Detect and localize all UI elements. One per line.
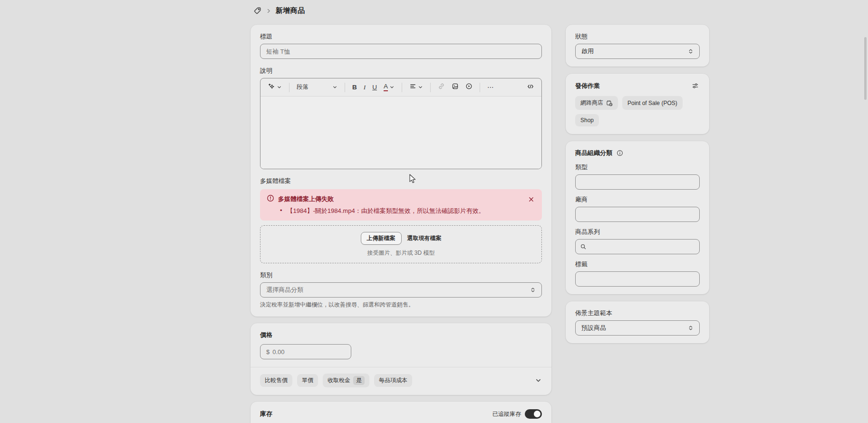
insert-image-button[interactable] [449, 81, 461, 94]
collections-label: 商品系列 [575, 228, 700, 236]
toolbar-separator [430, 83, 431, 92]
theme-template-label: 佈景主題範本 [575, 309, 700, 317]
paragraph-style-label: 段落 [297, 84, 309, 90]
insert-video-button[interactable] [463, 81, 475, 94]
bold-button[interactable]: B [350, 82, 359, 93]
category-select[interactable]: 選擇商品分類 [260, 282, 542, 298]
vendor-label: 廠商 [575, 195, 700, 204]
text-color-button[interactable]: A [381, 81, 397, 94]
channel-pos[interactable]: Point of Sale (POS) [622, 96, 683, 110]
inventory-tracked-label: 已追蹤庫存 [492, 410, 521, 418]
channel-online-store[interactable]: 網路商店 [575, 96, 618, 110]
inventory-tracked-toggle[interactable] [525, 409, 542, 419]
italic-button[interactable]: I [361, 82, 368, 93]
main-column: 標題 說明 [251, 25, 551, 423]
charge-tax-value-badge: 是 [353, 376, 365, 385]
price-input[interactable] [272, 348, 345, 356]
theme-template-card: 佈景主題範本 預設商品 [566, 301, 709, 343]
link-button[interactable] [435, 81, 447, 94]
status-label: 狀態 [575, 32, 700, 41]
pricing-card: 價格 $ 比較售價 單價 收取稅金 是 每品項成本 [251, 323, 551, 395]
editor-toolbar: 段落 B I U A [260, 78, 541, 96]
ai-magic-button[interactable] [265, 81, 284, 94]
media-upload-error-banner: 多媒體檔案上傳失敗 • 【1984】-關於1984.mp4：由於檔案類型無效，所… [260, 189, 542, 221]
link-icon [438, 83, 445, 92]
media-label: 多媒體檔案 [260, 177, 542, 185]
page-content: 標題 說明 [251, 25, 709, 423]
expand-pricing-chevron-icon[interactable] [535, 377, 542, 384]
description-label: 說明 [260, 67, 542, 75]
category-help-text: 決定稅率並新增中繼欄位，以改善搜尋、篩選和跨管道銷售。 [260, 301, 542, 309]
status-select[interactable]: 啟用 [575, 44, 700, 59]
category-select-value: 選擇商品分類 [266, 286, 303, 294]
description-textarea[interactable] [260, 96, 541, 169]
more-options-button[interactable]: ⋯ [485, 82, 497, 93]
chevron-down-icon [277, 83, 282, 92]
bullet-marker: • [280, 207, 282, 215]
toolbar-separator [345, 83, 345, 92]
pricing-chips-row: 比較售價 單價 收取稅金 是 每品項成本 [260, 374, 542, 387]
dropzone-hint: 接受圖片、影片或 3D 模型 [265, 249, 537, 257]
tags-label: 標籤 [575, 260, 700, 269]
toolbar-separator [402, 83, 402, 92]
alignment-button[interactable] [407, 81, 425, 94]
chevron-down-icon [389, 83, 395, 92]
align-left-icon [409, 83, 416, 92]
chevron-right-icon [266, 8, 271, 14]
error-banner-title: 多媒體檔案上傳失敗 [278, 195, 523, 203]
underline-button[interactable]: U [370, 82, 379, 93]
status-select-value: 啟用 [581, 47, 594, 56]
select-existing-file-button[interactable]: 選取現有檔案 [407, 234, 442, 242]
type-label: 類型 [575, 163, 700, 172]
unit-price-chip[interactable]: 單價 [297, 374, 318, 387]
type-input[interactable] [575, 174, 700, 190]
calendar-clock-icon [606, 100, 613, 106]
chevron-down-icon [332, 83, 338, 92]
price-field[interactable]: $ [260, 344, 351, 359]
search-icon [580, 243, 587, 250]
vendor-input[interactable] [575, 207, 700, 222]
select-caret-icon [688, 48, 694, 54]
side-column: 狀態 啟用 發佈作業 [566, 25, 709, 423]
breadcrumb: 新增商品 [253, 6, 305, 15]
close-icon[interactable] [527, 195, 535, 203]
publishing-title: 發佈作業 [575, 82, 600, 90]
title-label: 標題 [260, 32, 542, 41]
upload-new-file-button[interactable]: 上傳新檔案 [361, 232, 402, 245]
channel-shop[interactable]: Shop [575, 114, 599, 126]
paragraph-style-dropdown[interactable]: 段落 [294, 81, 340, 94]
inventory-title: 庫存 [260, 410, 272, 418]
show-html-button[interactable] [524, 81, 537, 94]
cost-per-item-chip[interactable]: 每品項成本 [374, 374, 412, 387]
category-label: 類別 [260, 271, 542, 279]
publishing-card: 發佈作業 網路商店 [566, 74, 709, 134]
collections-input[interactable] [575, 239, 700, 254]
theme-template-value: 預設商品 [581, 324, 606, 332]
title-input[interactable] [260, 44, 542, 59]
organization-title: 商品組織分類 [575, 149, 612, 157]
status-card: 狀態 啟用 [566, 25, 709, 67]
media-dropzone[interactable]: 上傳新檔案 選取現有檔案 接受圖片、影片或 3D 模型 [260, 225, 542, 263]
pricing-divider [251, 367, 551, 367]
tag-icon[interactable] [253, 7, 261, 15]
rich-text-editor: 段落 B I U A [260, 78, 542, 169]
sparkle-icon [268, 83, 275, 92]
scrollbar-thumb[interactable] [864, 37, 867, 100]
image-icon [452, 83, 459, 92]
charge-tax-chip[interactable]: 收取稅金 是 [323, 374, 369, 387]
alert-circle-icon [267, 194, 274, 204]
toolbar-separator [480, 83, 480, 92]
page-title: 新增商品 [276, 6, 305, 15]
manage-channels-icon[interactable] [691, 81, 700, 90]
error-banner-item: • 【1984】-關於1984.mp4：由於檔案類型無效，所以無法確認影片有效。 [280, 207, 535, 215]
pricing-title: 價格 [260, 331, 542, 339]
tags-input[interactable] [575, 271, 700, 287]
theme-template-select[interactable]: 預設商品 [575, 320, 700, 336]
select-caret-icon [530, 287, 536, 293]
info-icon[interactable] [616, 149, 624, 157]
select-caret-icon [688, 325, 694, 331]
video-play-icon [465, 83, 473, 92]
inventory-card: 庫存 已追蹤庫存 [251, 402, 551, 423]
currency-prefix: $ [266, 348, 270, 356]
compare-at-price-chip[interactable]: 比較售價 [260, 374, 292, 387]
